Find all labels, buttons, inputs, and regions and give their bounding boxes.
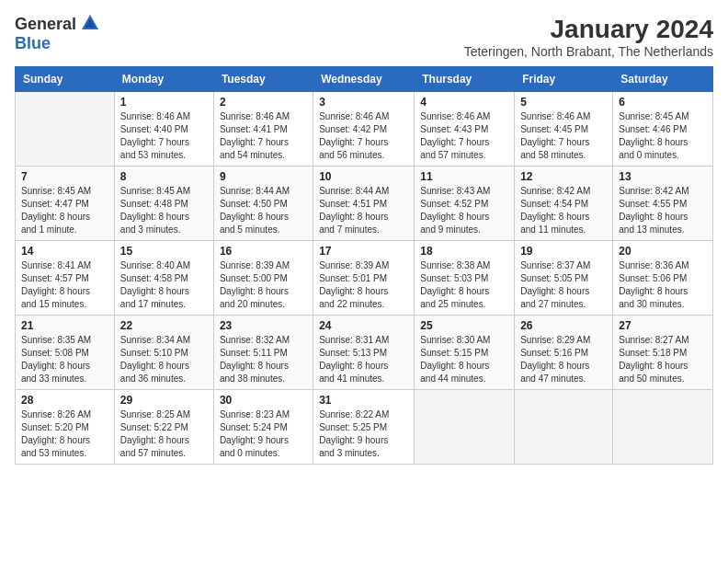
day-info: Sunrise: 8:46 AMSunset: 4:42 PMDaylight:…: [319, 110, 408, 162]
header-cell-sunday: Sunday: [16, 67, 115, 92]
header-cell-wednesday: Wednesday: [313, 67, 415, 92]
logo-blue: Blue: [15, 34, 51, 53]
day-number: 29: [120, 394, 208, 407]
day-cell: 10Sunrise: 8:44 AMSunset: 4:51 PMDayligh…: [313, 167, 415, 241]
day-number: 20: [619, 245, 707, 258]
title-area: January 2024 Teteringen, North Brabant, …: [464, 15, 713, 59]
day-number: 23: [220, 319, 307, 332]
day-cell: [16, 92, 115, 167]
day-cell: 22Sunrise: 8:34 AMSunset: 5:10 PMDayligh…: [114, 316, 213, 390]
day-info: Sunrise: 8:36 AMSunset: 5:06 PMDaylight:…: [619, 259, 707, 311]
day-cell: 6Sunrise: 8:45 AMSunset: 4:46 PMDaylight…: [613, 92, 713, 167]
day-number: 9: [220, 170, 307, 183]
day-cell: 28Sunrise: 8:26 AMSunset: 5:20 PMDayligh…: [16, 390, 115, 465]
day-cell: 1Sunrise: 8:46 AMSunset: 4:40 PMDaylight…: [114, 92, 213, 167]
day-info: Sunrise: 8:45 AMSunset: 4:46 PMDaylight:…: [619, 110, 707, 162]
day-number: 21: [21, 319, 108, 332]
day-number: 16: [220, 245, 307, 258]
day-info: Sunrise: 8:46 AMSunset: 4:40 PMDaylight:…: [120, 110, 208, 162]
header-row: SundayMondayTuesdayWednesdayThursdayFrid…: [16, 67, 713, 92]
day-info: Sunrise: 8:25 AMSunset: 5:22 PMDaylight:…: [120, 408, 208, 460]
calendar-table: SundayMondayTuesdayWednesdayThursdayFrid…: [15, 66, 713, 465]
day-cell: [415, 390, 515, 465]
logo-general: General: [15, 15, 76, 34]
header-cell-friday: Friday: [515, 67, 613, 92]
day-info: Sunrise: 8:39 AMSunset: 5:00 PMDaylight:…: [220, 259, 307, 311]
week-row-1: 1Sunrise: 8:46 AMSunset: 4:40 PMDaylight…: [16, 92, 713, 167]
day-number: 1: [120, 96, 208, 109]
day-info: Sunrise: 8:40 AMSunset: 4:58 PMDaylight:…: [120, 259, 208, 311]
day-info: Sunrise: 8:46 AMSunset: 4:45 PMDaylight:…: [520, 110, 607, 162]
day-number: 13: [619, 170, 707, 183]
day-cell: 30Sunrise: 8:23 AMSunset: 5:24 PMDayligh…: [213, 390, 313, 465]
day-cell: 11Sunrise: 8:43 AMSunset: 4:52 PMDayligh…: [415, 167, 515, 241]
day-number: 11: [420, 170, 508, 183]
day-number: 2: [220, 96, 307, 109]
day-cell: 31Sunrise: 8:22 AMSunset: 5:25 PMDayligh…: [313, 390, 415, 465]
day-number: 7: [21, 170, 108, 183]
header-cell-thursday: Thursday: [415, 67, 515, 92]
day-info: Sunrise: 8:39 AMSunset: 5:01 PMDaylight:…: [319, 259, 408, 311]
day-info: Sunrise: 8:44 AMSunset: 4:51 PMDaylight:…: [319, 185, 408, 236]
day-info: Sunrise: 8:45 AMSunset: 4:47 PMDaylight:…: [21, 185, 108, 236]
day-cell: 21Sunrise: 8:35 AMSunset: 5:08 PMDayligh…: [16, 316, 115, 390]
day-cell: 7Sunrise: 8:45 AMSunset: 4:47 PMDaylight…: [16, 167, 115, 241]
day-cell: [613, 390, 713, 465]
day-number: 22: [120, 319, 208, 332]
logo: General Blue: [15, 15, 100, 53]
day-cell: 18Sunrise: 8:38 AMSunset: 5:03 PMDayligh…: [415, 241, 515, 316]
day-number: 10: [319, 170, 408, 183]
day-number: 30: [220, 394, 307, 407]
day-cell: 5Sunrise: 8:46 AMSunset: 4:45 PMDaylight…: [515, 92, 613, 167]
day-cell: 14Sunrise: 8:41 AMSunset: 4:57 PMDayligh…: [16, 241, 115, 316]
day-info: Sunrise: 8:42 AMSunset: 4:55 PMDaylight:…: [619, 185, 707, 236]
week-row-3: 14Sunrise: 8:41 AMSunset: 4:57 PMDayligh…: [16, 241, 713, 316]
location-subtitle: Teteringen, North Brabant, The Netherlan…: [464, 44, 713, 59]
day-number: 5: [520, 96, 607, 109]
day-info: Sunrise: 8:38 AMSunset: 5:03 PMDaylight:…: [420, 259, 508, 311]
day-cell: 9Sunrise: 8:44 AMSunset: 4:50 PMDaylight…: [213, 167, 313, 241]
day-number: 17: [319, 245, 408, 258]
day-info: Sunrise: 8:32 AMSunset: 5:11 PMDaylight:…: [220, 334, 307, 385]
day-info: Sunrise: 8:43 AMSunset: 4:52 PMDaylight:…: [420, 185, 508, 236]
day-cell: 20Sunrise: 8:36 AMSunset: 5:06 PMDayligh…: [613, 241, 713, 316]
header: General Blue January 2024 Teteringen, No…: [15, 15, 713, 59]
day-info: Sunrise: 8:29 AMSunset: 5:16 PMDaylight:…: [520, 334, 607, 385]
day-info: Sunrise: 8:41 AMSunset: 4:57 PMDaylight:…: [21, 259, 108, 311]
day-info: Sunrise: 8:23 AMSunset: 5:24 PMDaylight:…: [220, 408, 307, 460]
header-cell-tuesday: Tuesday: [213, 67, 313, 92]
day-number: 27: [619, 319, 707, 332]
header-cell-saturday: Saturday: [613, 67, 713, 92]
day-cell: 29Sunrise: 8:25 AMSunset: 5:22 PMDayligh…: [114, 390, 213, 465]
day-cell: 25Sunrise: 8:30 AMSunset: 5:15 PMDayligh…: [415, 316, 515, 390]
week-row-2: 7Sunrise: 8:45 AMSunset: 4:47 PMDaylight…: [16, 167, 713, 241]
day-number: 25: [420, 319, 508, 332]
logo-icon: [80, 13, 100, 33]
day-cell: 13Sunrise: 8:42 AMSunset: 4:55 PMDayligh…: [613, 167, 713, 241]
day-number: 24: [319, 319, 408, 332]
day-number: 8: [120, 170, 208, 183]
day-number: 15: [120, 245, 208, 258]
day-info: Sunrise: 8:37 AMSunset: 5:05 PMDaylight:…: [520, 259, 607, 311]
day-number: 26: [520, 319, 607, 332]
day-info: Sunrise: 8:27 AMSunset: 5:18 PMDaylight:…: [619, 334, 707, 385]
day-cell: 15Sunrise: 8:40 AMSunset: 4:58 PMDayligh…: [114, 241, 213, 316]
day-number: 6: [619, 96, 707, 109]
day-number: 28: [21, 394, 108, 407]
day-cell: 23Sunrise: 8:32 AMSunset: 5:11 PMDayligh…: [213, 316, 313, 390]
day-info: Sunrise: 8:46 AMSunset: 4:41 PMDaylight:…: [220, 110, 307, 162]
day-cell: 16Sunrise: 8:39 AMSunset: 5:00 PMDayligh…: [213, 241, 313, 316]
day-number: 12: [520, 170, 607, 183]
day-cell: 3Sunrise: 8:46 AMSunset: 4:42 PMDaylight…: [313, 92, 415, 167]
day-cell: 17Sunrise: 8:39 AMSunset: 5:01 PMDayligh…: [313, 241, 415, 316]
day-cell: 24Sunrise: 8:31 AMSunset: 5:13 PMDayligh…: [313, 316, 415, 390]
week-row-4: 21Sunrise: 8:35 AMSunset: 5:08 PMDayligh…: [16, 316, 713, 390]
day-cell: 19Sunrise: 8:37 AMSunset: 5:05 PMDayligh…: [515, 241, 613, 316]
day-info: Sunrise: 8:35 AMSunset: 5:08 PMDaylight:…: [21, 334, 108, 385]
day-info: Sunrise: 8:45 AMSunset: 4:48 PMDaylight:…: [120, 185, 208, 236]
day-info: Sunrise: 8:34 AMSunset: 5:10 PMDaylight:…: [120, 334, 208, 385]
day-number: 18: [420, 245, 508, 258]
day-info: Sunrise: 8:31 AMSunset: 5:13 PMDaylight:…: [319, 334, 408, 385]
day-number: 14: [21, 245, 108, 258]
day-cell: 26Sunrise: 8:29 AMSunset: 5:16 PMDayligh…: [515, 316, 613, 390]
